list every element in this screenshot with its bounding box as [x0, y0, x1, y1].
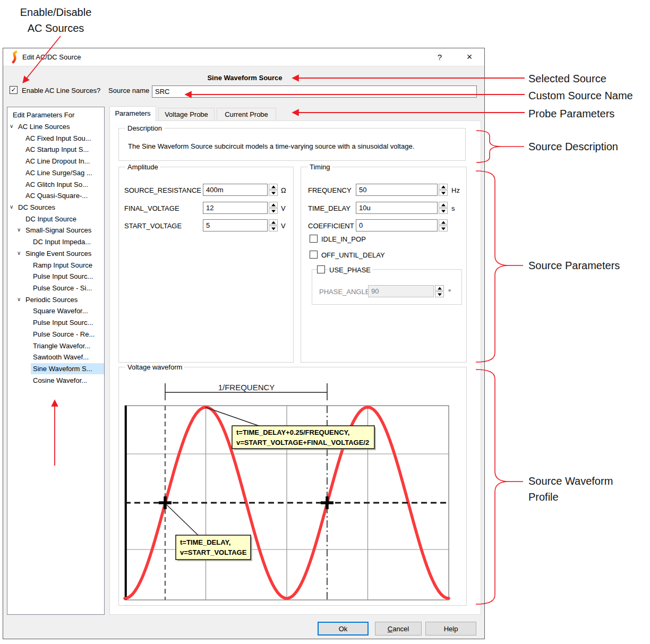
source-name-label: Source name — [108, 87, 149, 95]
phase-angle-label: PHASE_ANGLE — [319, 288, 370, 296]
tab-voltage-probe[interactable]: Voltage Probe — [158, 108, 215, 121]
coefficient-stepper[interactable] — [439, 219, 448, 231]
frequency-input[interactable] — [356, 184, 438, 196]
tab-current-probe[interactable]: Current Probe — [217, 108, 276, 121]
window-close-icon[interactable]: × — [459, 48, 480, 66]
idle-in-pop-label: IDLE_IN_POP — [321, 235, 366, 243]
tree-item[interactable]: AC Line Surge/Sag ... — [7, 167, 104, 178]
phase-angle-input — [368, 285, 434, 297]
tree-item-single-event-sources[interactable]: ∨Single Event Sources — [7, 248, 104, 259]
time-delay-label: TIME_DELAY — [308, 204, 350, 212]
tree-item[interactable]: Pulse Source - Si... — [7, 282, 104, 294]
tree-item[interactable]: Cosine Wavefor... — [7, 375, 104, 386]
tree-header: Edit Parameters For — [7, 109, 104, 121]
source-tree-list[interactable]: Edit Parameters For ∨AC Line Sources AC … — [7, 107, 105, 615]
source-name-input[interactable] — [152, 85, 477, 98]
source-resistance-stepper[interactable] — [269, 184, 278, 196]
tree-item[interactable]: AC Glitch Input So... — [7, 179, 104, 190]
coefficient-input[interactable] — [356, 219, 438, 231]
app-logo-sine-icon — [9, 50, 20, 64]
use-phase-checkbox[interactable] — [317, 265, 325, 273]
start-voltage-unit: V — [281, 222, 286, 230]
tree-item-small-signal-sources[interactable]: ∨Small-Signal Sources — [7, 225, 104, 236]
tooltip-start-line2: v=START_VOLTAGE — [180, 548, 247, 556]
description-text: The Sine Waveform Source subcircuit mode… — [128, 142, 414, 150]
selected-source-title: Sine Waveform Source — [109, 74, 380, 82]
coefficient-label: COEFFICIENT — [308, 222, 354, 230]
tree-item[interactable]: DC Input Source — [7, 213, 104, 225]
timing-group: Timing FREQUENCY Hz TIME_DELAY s COEFFIC… — [301, 167, 467, 363]
tree-item[interactable]: Sawtooth Wavef... — [7, 351, 104, 363]
tree-item[interactable]: DC Input Impeda... — [7, 236, 104, 247]
window-help-button[interactable]: ? — [429, 48, 450, 66]
tree-item[interactable]: AC Fixed Input Sou... — [7, 133, 104, 144]
frequency-stepper[interactable] — [439, 184, 448, 196]
amplitude-group: Amplitude SOURCE_RESISTANCE Ω FINAL_VOLT… — [118, 167, 294, 363]
idle-in-pop-checkbox[interactable] — [310, 235, 318, 243]
window-title: Edit AC/DC Source — [22, 53, 81, 61]
source-resistance-unit: Ω — [281, 186, 286, 194]
source-resistance-label: SOURCE_RESISTANCE — [124, 186, 201, 194]
voltage-waveform-group: Voltage waveform 1/FREQUENCY — [118, 367, 467, 606]
ok-button[interactable]: Ok — [318, 622, 369, 636]
tree-item[interactable]: Pulse Source - Re... — [7, 329, 104, 340]
tab-parameters[interactable]: Parameters — [109, 106, 156, 121]
annotation-source-waveform-line1: Source Waveform — [528, 473, 613, 489]
start-voltage-stepper[interactable] — [269, 219, 278, 231]
final-voltage-input[interactable] — [203, 202, 268, 214]
tree-item[interactable]: Pulse Input Sourc... — [7, 317, 104, 328]
tree-item[interactable]: Ramp Input Source — [7, 260, 104, 271]
help-button[interactable]: Help — [425, 622, 476, 636]
tree-item-ac-line-sources[interactable]: ∨AC Line Sources — [7, 121, 104, 132]
cancel-button[interactable]: Cancel — [375, 622, 422, 636]
page: Enable/Disable AC Sources Selected Sourc… — [0, 0, 650, 644]
tooltip-peak-line1: t=TIME_DELAY+0.25/FREQUENCY, — [236, 428, 349, 436]
time-delay-unit: s — [451, 204, 455, 212]
check-icon: ✓ — [11, 86, 16, 93]
chevron-down-icon[interactable]: ∨ — [10, 201, 13, 212]
tree-item[interactable]: AC Line Dropout In... — [7, 156, 104, 167]
off-until-delay-checkbox[interactable] — [310, 251, 318, 259]
tree-item[interactable]: AC Quasi-Square-... — [7, 190, 104, 201]
timing-group-label: Timing — [307, 163, 332, 171]
description-group-label: Description — [125, 124, 164, 132]
annotation-probe-parameters: Probe Parameters — [528, 106, 614, 122]
tree-item-dc-sources[interactable]: ∨DC Sources — [7, 202, 104, 213]
frequency-unit: Hz — [451, 186, 460, 194]
annotation-enable-disable-line2: AC Sources — [11, 20, 101, 36]
title-bar[interactable]: Edit AC/DC Source ? × — [3, 48, 484, 66]
annotation-source-parameters: Source Parameters — [528, 257, 620, 273]
tree-item[interactable]: Square Wavefor... — [7, 305, 104, 316]
tree-item[interactable]: Triangle Wavefor... — [7, 340, 104, 351]
amplitude-group-label: Amplitude — [125, 163, 160, 171]
time-delay-input[interactable] — [356, 202, 438, 214]
edit-acdc-source-dialog: Edit AC/DC Source ? × Sine Waveform Sour… — [3, 48, 485, 639]
off-until-delay-label: OFF_UNTIL_DELAY — [321, 251, 385, 259]
start-voltage-input[interactable] — [203, 219, 268, 231]
final-voltage-stepper[interactable] — [269, 202, 278, 214]
phase-angle-unit: ° — [448, 288, 451, 296]
time-delay-stepper[interactable] — [439, 202, 448, 214]
tree-item[interactable]: AC Startup Input S... — [7, 144, 104, 155]
use-phase-group: USE_PHASE PHASE_ANGLE ° — [312, 269, 462, 305]
annotation-custom-source-name: Custom Source Name — [528, 88, 633, 104]
enable-ac-line-sources-checkbox[interactable]: ✓ — [10, 86, 18, 94]
start-voltage-label: START_VOLTAGE — [124, 222, 182, 230]
tree-item[interactable]: Pulse Input Sourc... — [7, 271, 104, 282]
tree-item-periodic-sources[interactable]: ∨Periodic Sources — [7, 294, 104, 305]
source-resistance-input[interactable] — [203, 184, 268, 196]
annotation-selected-source: Selected Source — [528, 71, 606, 87]
annotation-enable-disable: Enable/Disable AC Sources — [11, 4, 101, 36]
phase-angle-stepper[interactable] — [435, 285, 444, 297]
chevron-down-icon[interactable]: ∨ — [17, 247, 21, 259]
final-voltage-label: FINAL_VOLTAGE — [124, 204, 179, 212]
enable-ac-line-sources-label: Enable AC Line Sources? — [22, 87, 100, 95]
tree-item-sine-waveform-selected[interactable]: Sine Waveform S... — [7, 363, 104, 374]
annotation-source-description: Source Description — [528, 139, 618, 154]
use-phase-label: USE_PHASE — [328, 266, 372, 274]
dimension-label: 1/FREQUENCY — [218, 383, 275, 392]
annotation-source-waveform-profile: Source Waveform Profile — [528, 473, 613, 505]
chevron-down-icon[interactable]: ∨ — [17, 224, 21, 235]
chevron-down-icon[interactable]: ∨ — [10, 121, 13, 132]
chevron-down-icon[interactable]: ∨ — [17, 294, 21, 305]
